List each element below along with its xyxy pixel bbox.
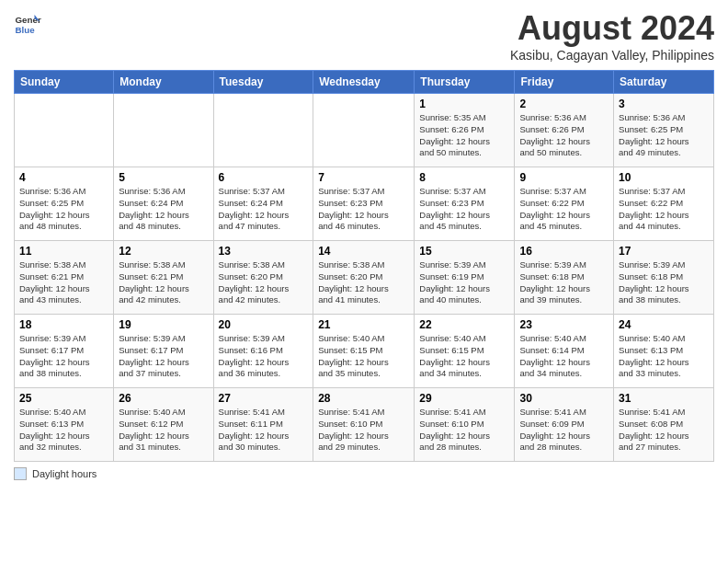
calendar-cell: 3Sunrise: 5:36 AM Sunset: 6:25 PM Daylig…	[614, 94, 714, 167]
calendar-cell: 1Sunrise: 5:35 AM Sunset: 6:26 PM Daylig…	[415, 94, 515, 167]
calendar-cell: 7Sunrise: 5:37 AM Sunset: 6:23 PM Daylig…	[313, 167, 415, 241]
day-info: Sunrise: 5:41 AM Sunset: 6:10 PM Dayligh…	[419, 407, 509, 454]
day-number: 18	[19, 318, 108, 331]
calendar-day-header: Tuesday	[213, 71, 313, 94]
day-number: 11	[19, 245, 108, 258]
calendar-day-header: Friday	[515, 71, 614, 94]
calendar-table: SundayMondayTuesdayWednesdayThursdayFrid…	[14, 70, 714, 462]
calendar-cell: 14Sunrise: 5:38 AM Sunset: 6:20 PM Dayli…	[313, 241, 415, 315]
calendar-cell: 6Sunrise: 5:37 AM Sunset: 6:24 PM Daylig…	[213, 167, 313, 241]
day-number: 13	[219, 245, 309, 258]
day-number: 9	[519, 171, 609, 184]
calendar-cell	[15, 94, 114, 167]
day-number: 17	[619, 245, 709, 258]
month-year-title: August 2024	[510, 9, 714, 48]
calendar-week-row: 4Sunrise: 5:36 AM Sunset: 6:25 PM Daylig…	[15, 167, 714, 241]
calendar-cell: 16Sunrise: 5:39 AM Sunset: 6:18 PM Dayli…	[515, 241, 614, 315]
calendar-day-header: Saturday	[614, 71, 714, 94]
calendar-cell: 24Sunrise: 5:40 AM Sunset: 6:13 PM Dayli…	[614, 315, 714, 388]
day-number: 20	[219, 318, 309, 331]
calendar-cell: 18Sunrise: 5:39 AM Sunset: 6:17 PM Dayli…	[15, 315, 114, 388]
day-info: Sunrise: 5:40 AM Sunset: 6:12 PM Dayligh…	[119, 407, 208, 454]
day-number: 29	[419, 392, 509, 405]
day-info: Sunrise: 5:40 AM Sunset: 6:14 PM Dayligh…	[519, 333, 609, 380]
day-number: 8	[419, 171, 509, 184]
day-number: 31	[619, 392, 709, 405]
calendar-cell: 23Sunrise: 5:40 AM Sunset: 6:14 PM Dayli…	[515, 315, 614, 388]
day-number: 28	[318, 392, 409, 405]
calendar-day-header: Sunday	[15, 71, 114, 94]
calendar-cell	[313, 94, 415, 167]
day-info: Sunrise: 5:36 AM Sunset: 6:25 PM Dayligh…	[619, 112, 709, 159]
calendar-day-header: Thursday	[415, 71, 515, 94]
day-number: 7	[318, 171, 409, 184]
day-info: Sunrise: 5:37 AM Sunset: 6:22 PM Dayligh…	[519, 186, 609, 233]
calendar-cell: 9Sunrise: 5:37 AM Sunset: 6:22 PM Daylig…	[515, 167, 614, 241]
calendar-cell: 20Sunrise: 5:39 AM Sunset: 6:16 PM Dayli…	[213, 315, 313, 388]
day-number: 27	[219, 392, 309, 405]
day-info: Sunrise: 5:41 AM Sunset: 6:10 PM Dayligh…	[318, 407, 409, 454]
day-info: Sunrise: 5:36 AM Sunset: 6:26 PM Dayligh…	[519, 112, 609, 159]
day-info: Sunrise: 5:37 AM Sunset: 6:23 PM Dayligh…	[318, 186, 409, 233]
calendar-cell: 21Sunrise: 5:40 AM Sunset: 6:15 PM Dayli…	[313, 315, 415, 388]
calendar-cell: 17Sunrise: 5:39 AM Sunset: 6:18 PM Dayli…	[614, 241, 714, 315]
day-number: 2	[519, 98, 609, 110]
calendar-week-row: 11Sunrise: 5:38 AM Sunset: 6:21 PM Dayli…	[15, 241, 714, 315]
calendar-cell: 2Sunrise: 5:36 AM Sunset: 6:26 PM Daylig…	[515, 94, 614, 167]
day-number: 24	[619, 318, 709, 331]
calendar-cell: 28Sunrise: 5:41 AM Sunset: 6:10 PM Dayli…	[313, 388, 415, 462]
day-info: Sunrise: 5:38 AM Sunset: 6:20 PM Dayligh…	[219, 259, 309, 306]
day-number: 6	[219, 171, 309, 184]
day-number: 10	[619, 171, 709, 184]
calendar-cell: 10Sunrise: 5:37 AM Sunset: 6:22 PM Dayli…	[614, 167, 714, 241]
calendar-cell: 30Sunrise: 5:41 AM Sunset: 6:09 PM Dayli…	[515, 388, 614, 462]
day-number: 3	[619, 98, 709, 110]
calendar-day-header: Monday	[114, 71, 213, 94]
day-number: 30	[519, 392, 609, 405]
day-number: 12	[119, 245, 208, 258]
day-info: Sunrise: 5:39 AM Sunset: 6:19 PM Dayligh…	[419, 259, 509, 306]
day-number: 21	[318, 318, 409, 331]
calendar-cell: 13Sunrise: 5:38 AM Sunset: 6:20 PM Dayli…	[213, 241, 313, 315]
location-subtitle: Kasibu, Cagayan Valley, Philippines	[510, 48, 714, 63]
svg-text:Blue: Blue	[16, 25, 36, 35]
title-section: August 2024 Kasibu, Cagayan Valley, Phil…	[510, 9, 714, 63]
day-info: Sunrise: 5:39 AM Sunset: 6:17 PM Dayligh…	[119, 333, 208, 380]
day-number: 15	[419, 245, 509, 258]
day-number: 23	[519, 318, 609, 331]
day-info: Sunrise: 5:38 AM Sunset: 6:20 PM Dayligh…	[318, 259, 409, 306]
calendar-cell: 8Sunrise: 5:37 AM Sunset: 6:23 PM Daylig…	[415, 167, 515, 241]
day-number: 4	[19, 171, 108, 184]
day-info: Sunrise: 5:36 AM Sunset: 6:24 PM Dayligh…	[119, 186, 208, 233]
day-info: Sunrise: 5:40 AM Sunset: 6:15 PM Dayligh…	[318, 333, 409, 380]
day-number: 22	[419, 318, 509, 331]
day-info: Sunrise: 5:40 AM Sunset: 6:13 PM Dayligh…	[619, 333, 709, 380]
calendar-cell: 5Sunrise: 5:36 AM Sunset: 6:24 PM Daylig…	[114, 167, 213, 241]
day-number: 16	[519, 245, 609, 258]
day-info: Sunrise: 5:37 AM Sunset: 6:23 PM Dayligh…	[419, 186, 509, 233]
calendar-cell: 15Sunrise: 5:39 AM Sunset: 6:19 PM Dayli…	[415, 241, 515, 315]
calendar-header-row: SundayMondayTuesdayWednesdayThursdayFrid…	[15, 71, 714, 94]
logo-icon: General Blue	[14, 9, 41, 37]
day-info: Sunrise: 5:39 AM Sunset: 6:16 PM Dayligh…	[219, 333, 309, 380]
day-number: 19	[119, 318, 208, 331]
calendar-cell: 19Sunrise: 5:39 AM Sunset: 6:17 PM Dayli…	[114, 315, 213, 388]
day-info: Sunrise: 5:39 AM Sunset: 6:18 PM Dayligh…	[519, 259, 609, 306]
legend: Daylight hours	[14, 467, 714, 480]
day-number: 14	[318, 245, 409, 258]
day-info: Sunrise: 5:38 AM Sunset: 6:21 PM Dayligh…	[119, 259, 208, 306]
legend-box	[14, 467, 27, 480]
day-info: Sunrise: 5:41 AM Sunset: 6:11 PM Dayligh…	[219, 407, 309, 454]
day-number: 26	[119, 392, 208, 405]
day-info: Sunrise: 5:38 AM Sunset: 6:21 PM Dayligh…	[19, 259, 108, 306]
calendar-cell: 22Sunrise: 5:40 AM Sunset: 6:15 PM Dayli…	[415, 315, 515, 388]
header: General Blue August 2024 Kasibu, Cagayan…	[14, 9, 714, 63]
legend-label: Daylight hours	[32, 468, 97, 479]
day-number: 25	[19, 392, 108, 405]
day-info: Sunrise: 5:39 AM Sunset: 6:17 PM Dayligh…	[19, 333, 108, 380]
calendar-day-header: Wednesday	[313, 71, 415, 94]
calendar-cell: 25Sunrise: 5:40 AM Sunset: 6:13 PM Dayli…	[15, 388, 114, 462]
day-number: 5	[119, 171, 208, 184]
calendar-cell: 11Sunrise: 5:38 AM Sunset: 6:21 PM Dayli…	[15, 241, 114, 315]
calendar-cell: 31Sunrise: 5:41 AM Sunset: 6:08 PM Dayli…	[614, 388, 714, 462]
